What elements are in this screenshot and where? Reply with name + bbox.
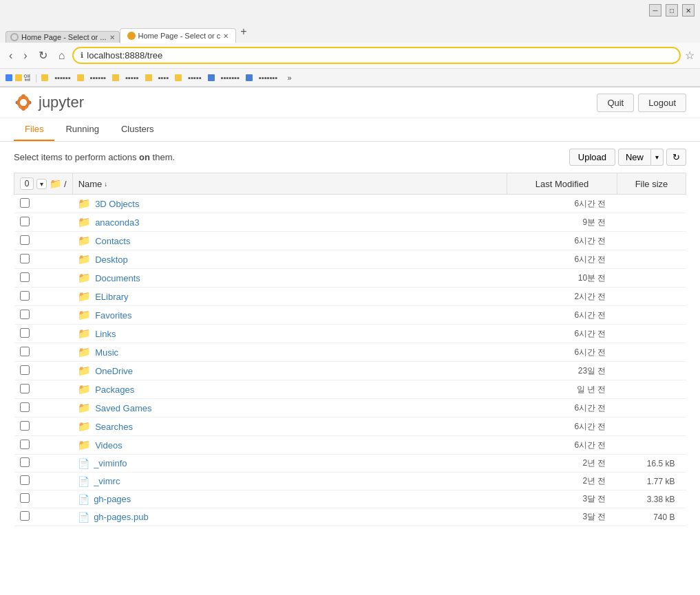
file-name-container: 📁Desktop [78,253,501,266]
tab-running[interactable]: Running [54,118,109,141]
file-icon: 📄 [78,494,89,505]
logout-button[interactable]: Logout [638,94,686,112]
file-name-link[interactable]: Searches [95,422,133,432]
row-name-cell: 📄gh-pages [72,490,507,508]
tab1-close[interactable]: ✕ [109,34,115,41]
row-checkbox[interactable] [20,511,30,521]
browser-chrome: ─ □ ✕ Home Page - Select or ... ✕ Home P… [0,0,700,87]
file-name-link[interactable]: 3D Objects [95,199,139,209]
bookmark-5[interactable]: ▪▪▪▪▪ [184,73,205,83]
new-dropdown-arrow[interactable]: ▾ [651,149,664,166]
new-tab-button[interactable]: + [236,25,251,38]
tab2[interactable]: Home Page - Select or c ✕ [120,28,237,43]
file-name-link[interactable]: Links [95,329,116,339]
row-checkbox[interactable] [20,402,30,412]
file-name-link[interactable]: anaconda3 [95,217,139,228]
row-checkbox[interactable] [20,235,30,245]
bookmark-apps[interactable] [6,74,12,81]
jupyter-header: jupyter Quit Logout [0,87,700,118]
bookmark-7[interactable]: ▪▪▪▪▪▪▪ [255,73,281,83]
file-name-container: 📁Documents [78,272,501,284]
close-button[interactable]: ✕ [682,4,694,17]
row-checkbox[interactable] [20,384,30,393]
row-checkbox[interactable] [20,475,30,485]
row-checkbox[interactable] [20,310,30,319]
row-checkbox[interactable] [20,421,30,431]
home-button[interactable]: ⌂ [55,48,69,63]
row-checkbox[interactable] [20,254,30,263]
row-checkbox[interactable] [20,272,30,282]
row-size-cell: 740 B [617,508,686,526]
minimize-button[interactable]: ─ [649,4,661,17]
file-name-link[interactable]: OneDrive [95,366,133,376]
row-name-cell: 📁Contacts [72,232,507,250]
header-size-col[interactable]: File size [617,173,686,195]
upload-button[interactable]: Upload [569,149,615,166]
file-name-link[interactable]: Packages [95,385,134,395]
refresh-button[interactable]: ↻ [666,149,686,166]
bookmark-star-button[interactable]: ☆ [685,49,694,62]
reload-button[interactable]: ↻ [35,47,51,63]
file-name-link[interactable]: ELibrary [95,292,128,302]
row-checkbox[interactable] [20,457,30,467]
folder-icon: 📁 [78,402,91,414]
row-checkbox[interactable] [20,217,30,226]
table-row: 📁Music6시간 전 [14,343,686,362]
bookmarks-more[interactable]: » [284,73,295,83]
file-table-body: 📁3D Objects6시간 전📁anaconda39분 전📁Contacts6… [14,195,686,526]
select-info-text: Select items to perform actions on them. [14,152,175,162]
row-size-cell [617,269,686,288]
file-name-link[interactable]: Music [95,347,118,358]
url-bar[interactable]: ℹ localhost:8888/tree [72,47,681,64]
file-name-link[interactable]: Videos [95,440,123,451]
row-checkbox[interactable] [20,440,30,449]
file-name-link[interactable]: _vimrc [94,476,120,486]
bookmark-1[interactable]: ▪▪▪▪▪▪ [51,73,74,83]
quit-button[interactable]: Quit [597,94,634,112]
bookmark-apps2[interactable]: 앱 [15,72,31,83]
bookmark-3[interactable]: ▪▪▪▪▪ [122,73,142,83]
row-size-cell [617,232,686,250]
row-modified-cell: 6시간 전 [507,399,617,418]
name-sort-button[interactable]: Name ↓ [78,179,501,189]
breadcrumb-check-area: 0 ▾ 📁 / [20,177,67,190]
row-check-cell [14,399,73,418]
file-name-link[interactable]: Contacts [95,236,130,246]
row-check-cell [14,306,73,325]
row-checkbox[interactable] [20,347,30,356]
row-checkbox[interactable] [20,328,30,338]
tab-files[interactable]: Files [14,118,54,141]
row-name-cell: 📁Saved Games [72,399,507,418]
file-name-container: 📁Contacts [78,235,501,247]
new-button[interactable]: New [618,149,651,166]
folder-icon: 📁 [78,290,91,303]
bookmark-icon-5 [175,74,182,81]
file-name-link[interactable]: Saved Games [95,403,151,413]
file-name-link[interactable]: _viminfo [94,458,127,468]
file-name-link[interactable]: Documents [95,273,140,283]
tab-clusters[interactable]: Clusters [110,118,165,141]
tab2-close[interactable]: ✕ [223,32,229,40]
forward-button[interactable]: › [20,48,30,63]
row-name-cell: 📁Videos [72,436,507,455]
file-name-link[interactable]: gh-pages.pub [94,512,149,522]
row-checkbox[interactable] [20,493,30,503]
bookmark-2[interactable]: ▪▪▪▪▪▪ [87,73,109,83]
header-modified-col[interactable]: Last Modified [507,173,617,195]
breadcrumb-path: / [64,179,67,189]
file-icon: 📄 [78,458,89,469]
row-checkbox[interactable] [20,365,30,375]
toolbar-row: Select items to perform actions on them.… [14,149,686,166]
maximize-button[interactable]: □ [666,4,678,17]
header-name-col[interactable]: Name ↓ [72,173,507,195]
row-checkbox[interactable] [20,291,30,301]
row-checkbox[interactable] [20,198,30,208]
bookmark-4[interactable]: ▪▪▪▪ [155,73,173,83]
file-name-link[interactable]: Desktop [95,255,128,265]
file-name-link[interactable]: gh-pages [94,494,131,504]
bookmark-6[interactable]: ▪▪▪▪▪▪▪ [218,73,243,83]
check-dropdown[interactable]: ▾ [36,179,47,189]
table-row: 📁OneDrive23일 전 [14,362,686,380]
file-name-link[interactable]: Favorites [95,310,131,321]
back-button[interactable]: ‹ [6,48,16,63]
